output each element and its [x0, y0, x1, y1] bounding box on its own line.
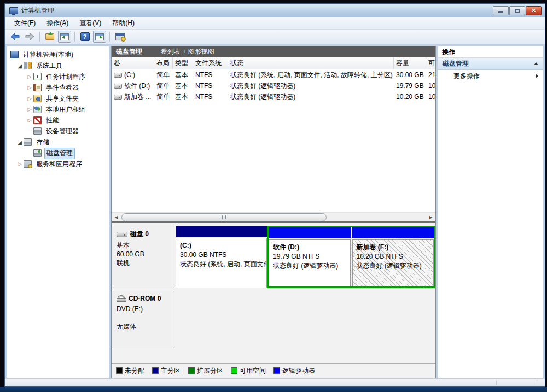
services-icon: [24, 160, 32, 168]
more-actions-item[interactable]: 更多操作: [438, 70, 543, 82]
close-button[interactable]: ✕: [526, 6, 542, 15]
back-icon: [10, 33, 20, 40]
menu-action[interactable]: 操作(A): [42, 17, 73, 29]
chevron-expanded-icon[interactable]: ◢: [17, 63, 22, 69]
window-title: 计算机管理: [21, 6, 493, 15]
legend-swatch: [188, 367, 195, 374]
column-header-type[interactable]: 类型: [173, 57, 193, 69]
task-scheduler-icon: [33, 73, 42, 80]
column-header-volume[interactable]: 卷: [112, 57, 154, 69]
logical-drive-bar: [352, 227, 434, 238]
disk-status: 联机: [117, 259, 171, 267]
action-pane-toggle-icon: [95, 33, 104, 40]
sidebar-item-performance[interactable]: ▷ 性能: [7, 115, 109, 126]
legend-free-space: 可用空间: [231, 366, 266, 376]
taskbar[interactable]: [0, 387, 547, 392]
sidebar-item-system-tools[interactable]: ◢ 系统工具: [7, 60, 109, 71]
legend-primary: 主分区: [152, 366, 181, 376]
help-button[interactable]: ?: [78, 31, 91, 43]
show-up-button[interactable]: [43, 31, 56, 43]
menu-view[interactable]: 查看(V): [74, 17, 106, 29]
local-users-icon: [33, 106, 42, 113]
forward-button[interactable]: [23, 31, 36, 43]
event-viewer-icon: [33, 84, 42, 91]
device-manager-icon: [33, 127, 42, 135]
sidebar-item-device-manager[interactable]: 设备管理器: [7, 126, 109, 137]
console-tree-toggle-button[interactable]: [58, 31, 71, 43]
cdrom-status: 无媒体: [117, 322, 171, 331]
chevron-collapsed-icon[interactable]: ▷: [27, 96, 32, 101]
scrollbar-track[interactable]: [121, 213, 426, 222]
chevron-collapsed-icon[interactable]: ▷: [17, 161, 22, 167]
scroll-left-arrow[interactable]: ◀: [112, 213, 121, 222]
sidebar-item-shared-folders[interactable]: ▷ 共享文件夹: [7, 93, 109, 104]
disk-0-row: 磁盘 0 基本 60.00 GB 联机 (C:) 30.00 GB NTFS: [113, 226, 434, 288]
scrollbar-thumb[interactable]: [121, 213, 327, 221]
toolbar-separator: [39, 32, 40, 42]
chevron-collapsed-icon[interactable]: ▷: [27, 74, 32, 79]
sidebar-item-disk-management[interactable]: 磁盘管理: [7, 148, 109, 159]
app-icon: [9, 7, 18, 14]
menu-bar: 文件(F) 操作(A) 查看(V) 帮助(H): [5, 17, 545, 30]
console-tree-pane: 计算机管理(本地) ◢ 系统工具 ▷ 任务计划程序 ▷ 事件查看器: [7, 46, 109, 378]
chevron-collapsed-icon[interactable]: ▷: [27, 85, 32, 90]
sidebar-item-task-scheduler[interactable]: ▷ 任务计划程序: [7, 71, 109, 82]
actions-group-disk-management[interactable]: 磁盘管理: [438, 58, 543, 70]
volume-icon: [114, 73, 122, 78]
minimize-button[interactable]: [493, 6, 509, 15]
menu-help[interactable]: 帮助(H): [107, 17, 139, 29]
menu-file[interactable]: 文件(F): [9, 17, 40, 29]
shared-folders-icon: [33, 95, 42, 102]
disk-size: 60.00 GB: [117, 250, 171, 259]
table-row[interactable]: 新加卷 ... 简单 基本 NTFS 状态良好 (逻辑驱动器) 10.20 GB…: [112, 91, 435, 102]
disk-type: 基本: [117, 241, 171, 250]
partition-d[interactable]: 软件 (D:) 19.79 GB NTFS 状态良好 (逻辑驱动器): [269, 227, 351, 286]
partition-c[interactable]: (C:) 30.00 GB NTFS 状态良好 (系统, 启动, 页面文件, 活…: [176, 226, 267, 288]
column-header-layout[interactable]: 布局: [154, 57, 173, 69]
scroll-right-arrow[interactable]: ▶: [426, 213, 435, 222]
maximize-icon: [515, 9, 520, 13]
partition-f-selected[interactable]: 新加卷 (F:) 10.20 GB NTFS 状态良好 (逻辑驱动器): [352, 227, 434, 286]
logical-drive-bar: [269, 227, 351, 238]
new-console-button[interactable]: [113, 31, 126, 43]
disk-0-info[interactable]: 磁盘 0 基本 60.00 GB 联机: [113, 226, 174, 288]
cdrom-0-info[interactable]: CD-ROM 0 DVD (E:) 无媒体: [113, 291, 174, 348]
column-header-filesystem[interactable]: 文件系统: [193, 57, 228, 69]
back-button[interactable]: [8, 31, 21, 43]
column-header-capacity[interactable]: 容量: [394, 57, 426, 69]
legend-swatch: [116, 367, 123, 374]
volume-icon: [114, 84, 122, 89]
show-up-folder-icon: [45, 33, 54, 40]
volume-list: 卷 布局 类型 文件系统 状态 容量 可 (C:) 简单 基本 NTFS 状态良…: [112, 57, 435, 212]
table-row[interactable]: (C:) 简单 基本 NTFS 状态良好 (系统, 启动, 页面文件, 活动, …: [112, 69, 435, 80]
sidebar-item-storage[interactable]: ◢ 存储: [7, 137, 109, 148]
sidebar-item-computer-management[interactable]: 计算机管理(本地): [7, 49, 109, 60]
new-console-icon: [115, 33, 125, 40]
legend-swatch: [231, 367, 237, 374]
sidebar-item-event-viewer[interactable]: ▷ 事件查看器: [7, 82, 109, 93]
extended-partition-group: 软件 (D:) 19.79 GB NTFS 状态良好 (逻辑驱动器) 新加卷 (…: [267, 226, 435, 288]
pane-header: 磁盘管理 卷列表 + 图形视图: [112, 46, 435, 57]
column-header-status[interactable]: 状态: [228, 57, 394, 69]
pane-view-label: 卷列表 + 图形视图: [161, 47, 214, 56]
chevron-collapsed-icon[interactable]: ▷: [27, 107, 32, 112]
sidebar-item-services[interactable]: ▷ 服务和应用程序: [7, 159, 109, 169]
title-bar[interactable]: 计算机管理 ✕: [5, 4, 545, 17]
table-row[interactable]: 软件 (D:) 简单 基本 NTFS 状态良好 (逻辑驱动器) 19.79 GB…: [112, 80, 435, 91]
status-bar: [5, 378, 545, 386]
sidebar-item-local-users[interactable]: ▷ 本地用户和组: [7, 104, 109, 115]
collapse-icon[interactable]: [534, 62, 538, 65]
action-pane-toggle-button[interactable]: [93, 31, 106, 43]
console-tree-toggle-icon: [60, 33, 69, 40]
chevron-collapsed-icon[interactable]: ▷: [27, 118, 32, 123]
actions-pane: 操作 磁盘管理 更多操作: [438, 46, 543, 378]
maximize-button[interactable]: [509, 6, 525, 15]
toolbar: ?: [5, 30, 545, 44]
chevron-expanded-icon[interactable]: ◢: [17, 139, 22, 145]
column-header-free[interactable]: 可: [426, 57, 435, 69]
primary-partition-bar: [176, 226, 267, 237]
cdrom-icon: [117, 295, 126, 302]
horizontal-scrollbar[interactable]: ◀ ▶: [112, 212, 435, 221]
client-area: 计算机管理(本地) ◢ 系统工具 ▷ 任务计划程序 ▷ 事件查看器: [5, 44, 545, 378]
legend-logical-drive: 逻辑驱动器: [274, 366, 315, 376]
